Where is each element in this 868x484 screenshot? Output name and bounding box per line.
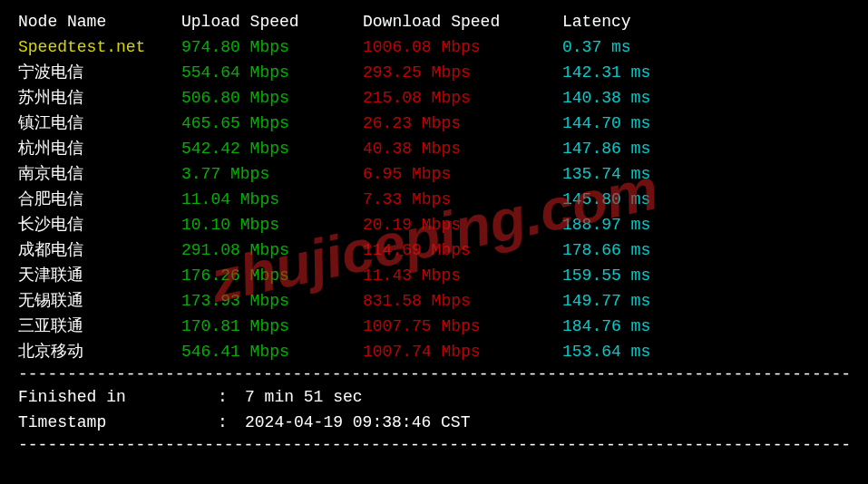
node-name: 苏州电信	[18, 85, 181, 111]
download-speed: 40.38 Mbps	[363, 136, 562, 161]
node-name: 镇江电信	[18, 111, 181, 136]
upload-speed: 554.64 Mbps	[181, 60, 363, 85]
upload-speed: 546.41 Mbps	[181, 339, 363, 364]
speedtest-row: 三亚联通170.81 Mbps1007.75 Mbps184.76 ms	[18, 314, 850, 339]
finished-value: 7 min 51 sec	[245, 384, 363, 410]
download-speed: 831.58 Mbps	[363, 288, 562, 314]
node-name: Speedtest.net	[18, 34, 181, 60]
upload-speed: 974.80 Mbps	[181, 34, 363, 60]
node-name: 北京移动	[18, 339, 181, 364]
header-row: Node Name Upload Speed Download Speed La…	[18, 9, 850, 34]
download-speed: 1007.75 Mbps	[363, 314, 562, 339]
speedtest-row: 天津联通176.26 Mbps11.43 Mbps159.55 ms	[18, 263, 850, 288]
divider-top: ----------------------------------------…	[18, 364, 850, 384]
footer-timestamp: Timestamp : 2024-04-19 09:38:46 CST	[18, 410, 850, 435]
latency-value: 184.76 ms	[562, 314, 726, 339]
latency-value: 149.77 ms	[562, 288, 726, 314]
node-name: 天津联通	[18, 263, 181, 288]
node-name: 成都电信	[18, 237, 181, 263]
finished-label: Finished in	[18, 384, 218, 410]
speedtest-row: 成都电信291.08 Mbps114.69 Mbps178.66 ms	[18, 237, 850, 263]
speedtest-row: Speedtest.net974.80 Mbps1006.08 Mbps0.37…	[18, 34, 850, 60]
speedtest-row: 杭州电信542.42 Mbps40.38 Mbps147.86 ms	[18, 136, 850, 161]
speedtest-row: 合肥电信11.04 Mbps7.33 Mbps145.80 ms	[18, 187, 850, 212]
latency-value: 178.66 ms	[562, 237, 726, 263]
upload-speed: 465.65 Mbps	[181, 111, 363, 136]
timestamp-value: 2024-04-19 09:38:46 CST	[245, 410, 470, 435]
download-speed: 6.95 Mbps	[363, 161, 562, 187]
terminal-output: Node Name Upload Speed Download Speed La…	[0, 0, 868, 464]
download-speed: 1006.08 Mbps	[363, 34, 562, 60]
header-download: Download Speed	[363, 9, 562, 34]
download-speed: 26.23 Mbps	[363, 111, 562, 136]
latency-value: 142.31 ms	[562, 60, 726, 85]
latency-value: 144.70 ms	[562, 111, 726, 136]
node-name: 合肥电信	[18, 187, 181, 212]
divider-bottom: ----------------------------------------…	[18, 435, 850, 455]
speedtest-row: 宁波电信554.64 Mbps293.25 Mbps142.31 ms	[18, 60, 850, 85]
download-speed: 114.69 Mbps	[363, 237, 562, 263]
header-upload: Upload Speed	[181, 9, 363, 34]
upload-speed: 170.81 Mbps	[181, 314, 363, 339]
download-speed: 11.43 Mbps	[363, 263, 562, 288]
upload-speed: 291.08 Mbps	[181, 237, 363, 263]
node-name: 三亚联通	[18, 314, 181, 339]
upload-speed: 542.42 Mbps	[181, 136, 363, 161]
speedtest-row: 南京电信3.77 Mbps6.95 Mbps135.74 ms	[18, 161, 850, 187]
latency-value: 0.37 ms	[562, 34, 726, 60]
upload-speed: 10.10 Mbps	[181, 212, 363, 237]
speedtest-row: 无锡联通173.93 Mbps831.58 Mbps149.77 ms	[18, 288, 850, 314]
download-speed: 293.25 Mbps	[363, 60, 562, 85]
node-name: 无锡联通	[18, 288, 181, 314]
latency-value: 159.55 ms	[562, 263, 726, 288]
upload-speed: 11.04 Mbps	[181, 187, 363, 212]
upload-speed: 506.80 Mbps	[181, 85, 363, 111]
speedtest-row: 长沙电信10.10 Mbps20.19 Mbps188.97 ms	[18, 212, 850, 237]
upload-speed: 3.77 Mbps	[181, 161, 363, 187]
speedtest-rows: Speedtest.net974.80 Mbps1006.08 Mbps0.37…	[18, 34, 850, 364]
separator: :	[218, 384, 245, 410]
latency-value: 188.97 ms	[562, 212, 726, 237]
header-node: Node Name	[18, 9, 181, 34]
speedtest-row: 北京移动546.41 Mbps1007.74 Mbps153.64 ms	[18, 339, 850, 364]
upload-speed: 173.93 Mbps	[181, 288, 363, 314]
timestamp-label: Timestamp	[18, 410, 218, 435]
separator: :	[218, 410, 245, 435]
speedtest-row: 苏州电信506.80 Mbps215.08 Mbps140.38 ms	[18, 85, 850, 111]
node-name: 长沙电信	[18, 212, 181, 237]
download-speed: 1007.74 Mbps	[363, 339, 562, 364]
download-speed: 20.19 Mbps	[363, 212, 562, 237]
latency-value: 153.64 ms	[562, 339, 726, 364]
latency-value: 147.86 ms	[562, 136, 726, 161]
node-name: 南京电信	[18, 161, 181, 187]
download-speed: 215.08 Mbps	[363, 85, 562, 111]
latency-value: 140.38 ms	[562, 85, 726, 111]
footer-finished: Finished in : 7 min 51 sec	[18, 384, 850, 410]
latency-value: 135.74 ms	[562, 161, 726, 187]
latency-value: 145.80 ms	[562, 187, 726, 212]
node-name: 杭州电信	[18, 136, 181, 161]
download-speed: 7.33 Mbps	[363, 187, 562, 212]
header-latency: Latency	[562, 9, 726, 34]
upload-speed: 176.26 Mbps	[181, 263, 363, 288]
node-name: 宁波电信	[18, 60, 181, 85]
speedtest-row: 镇江电信465.65 Mbps26.23 Mbps144.70 ms	[18, 111, 850, 136]
